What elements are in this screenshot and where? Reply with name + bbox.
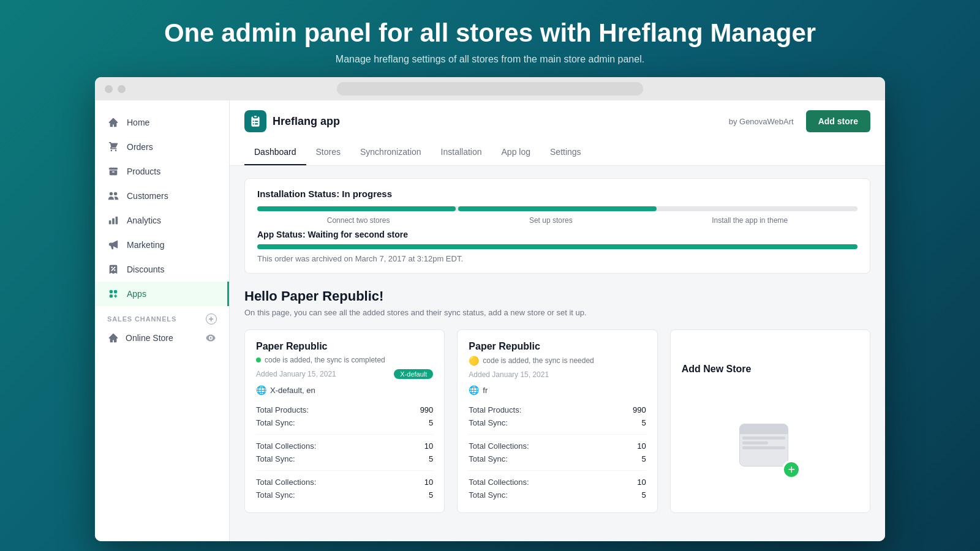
sidebar-label-home: Home	[127, 118, 149, 127]
sidebar-item-analytics[interactable]: Analytics	[95, 208, 229, 233]
browser-body: Home Orders Products Customers	[95, 100, 885, 541]
app-byline: by GenovaWebArt	[729, 117, 794, 126]
add-new-store-card[interactable]: Add New Store +	[670, 329, 870, 513]
home-icon	[107, 116, 119, 129]
store-card-2: Paper Republic 🟡 code is added, the sync…	[457, 329, 657, 513]
tab-app-log[interactable]: App log	[492, 142, 540, 165]
store-2-name: Paper Republic	[469, 341, 646, 352]
add-store-illustration: +	[739, 424, 801, 479]
stores-grid: Paper Republic code is added, the sync i…	[244, 329, 870, 513]
store-1-status-dot	[256, 358, 261, 362]
sidebar: Home Orders Products Customers	[95, 100, 230, 541]
store-1-date-row: Added January 15, 2021 X-default	[256, 369, 433, 379]
browser-chrome	[95, 77, 885, 100]
orders-icon	[107, 141, 119, 153]
sidebar-item-online-store[interactable]: Online Store	[95, 327, 229, 349]
add-store-button[interactable]: Add store	[806, 110, 870, 132]
tab-dashboard[interactable]: Dashboard	[244, 142, 306, 165]
browser-addressbar	[337, 82, 643, 96]
sidebar-label-analytics: Analytics	[127, 216, 161, 225]
browser-window: Home Orders Products Customers	[95, 77, 885, 541]
installation-status-title: Installation Status: In progress	[257, 189, 858, 199]
store-2-status: 🟡 code is added, the sync is needed	[469, 356, 646, 365]
stats-divider-2b	[469, 470, 646, 471]
store-2-locale: 🌐 fr	[469, 385, 646, 395]
sidebar-label-apps: Apps	[127, 289, 146, 299]
sidebar-label-customers: Customers	[127, 191, 168, 201]
store-2-stats: Total Products: 990 Total Sync: 5 Total …	[469, 403, 646, 501]
store-2-status-emoji: 🟡	[469, 356, 479, 365]
sidebar-label-products: Products	[127, 167, 160, 176]
sidebar-item-marketing[interactable]: Marketing	[95, 233, 229, 257]
online-store-label: Online Store	[126, 333, 173, 343]
sidebar-item-apps[interactable]: Apps	[95, 282, 229, 306]
add-sales-channel-button[interactable]: +	[206, 313, 217, 324]
hello-title: Hello Paper Republic!	[244, 288, 870, 304]
hello-section: Hello Paper Republic! On this page, you …	[244, 288, 870, 317]
archived-text: This order was archived on March 7, 2017…	[257, 254, 858, 263]
eye-icon	[205, 332, 217, 344]
app-logo-icon	[244, 110, 266, 132]
store-1-locale-text: X-default, en	[270, 386, 315, 395]
store-1-name: Paper Republic	[256, 341, 433, 352]
progress-labels: Connect two stores Set up stores Install…	[257, 216, 858, 225]
step-label-2: Set up stores	[529, 216, 573, 225]
sidebar-item-orders[interactable]: Orders	[95, 135, 229, 159]
tab-installation[interactable]: Installation	[431, 142, 492, 165]
store-2-date-row: Added January 15, 2021	[469, 370, 646, 379]
sidebar-label-discounts: Discounts	[127, 264, 164, 274]
store-2-date: Added January 15, 2021	[469, 370, 549, 379]
sidebar-label-orders: Orders	[127, 142, 153, 152]
progress-seg-1	[257, 206, 456, 211]
marketing-icon	[107, 239, 119, 251]
store-1-locale: 🌐 X-default, en	[256, 385, 433, 395]
app-status-title: App Status: Waiting for second store	[257, 230, 858, 239]
step-label-1: Connect two stores	[327, 216, 390, 225]
installation-progress-track	[257, 206, 858, 211]
online-store-icon	[107, 332, 119, 344]
store-1-badge: X-default	[394, 369, 433, 379]
discounts-icon	[107, 263, 119, 276]
sidebar-item-discounts[interactable]: Discounts	[95, 257, 229, 282]
hero-subtitle: Manage hreflang settings of all stores f…	[164, 54, 816, 65]
app-title: Hreflang app	[273, 115, 340, 128]
sidebar-item-customers[interactable]: Customers	[95, 184, 229, 208]
installation-status-card: Installation Status: In progress Connect…	[244, 178, 870, 274]
sidebar-item-home[interactable]: Home	[95, 110, 229, 135]
tab-settings[interactable]: Settings	[540, 142, 591, 165]
main-content: Hreflang app by GenovaWebArt Add store D…	[230, 100, 885, 541]
store-2-status-text: code is added, the sync is needed	[483, 356, 594, 365]
stats-divider-1a	[256, 434, 433, 435]
store-1-status-text: code is added, the sync is completed	[265, 356, 385, 364]
customers-icon	[107, 190, 119, 202]
app-nav-tabs: Dashboard Stores Synchronization Install…	[244, 142, 870, 165]
tab-stores[interactable]: Stores	[306, 142, 350, 165]
app-logo-area: Hreflang app	[244, 110, 340, 132]
products-icon	[107, 165, 119, 178]
tab-synchronization[interactable]: Synchronization	[350, 142, 431, 165]
content-area: Installation Status: In progress Connect…	[230, 166, 885, 525]
add-new-store-title: Add New Store	[682, 364, 752, 375]
sales-channels-label: SALES CHANNELS	[107, 315, 176, 323]
store-1-status: code is added, the sync is completed	[256, 356, 433, 364]
stats-divider-2a	[469, 434, 646, 435]
browser-dot-1	[105, 85, 113, 93]
globe-icon-2: 🌐	[469, 385, 479, 395]
add-store-circle-button[interactable]: +	[782, 460, 801, 479]
step-label-3: Install the app in theme	[712, 216, 788, 225]
progress-seg-3	[659, 206, 858, 211]
hello-subtitle: On this page, you can see all the added …	[244, 308, 870, 317]
store-1-stats: Total Products: 990 Total Sync: 5 Total …	[256, 403, 433, 501]
app-header: Hreflang app by GenovaWebArt Add store D…	[230, 100, 885, 166]
hero-section: One admin panel for all stores with Href…	[164, 18, 816, 65]
store-thumbnail	[739, 424, 788, 467]
hero-title: One admin panel for all stores with Href…	[164, 18, 816, 48]
app-status-progress-bar	[257, 244, 858, 249]
store-card-1: Paper Republic code is added, the sync i…	[244, 329, 445, 513]
store-2-locale-text: fr	[483, 386, 488, 395]
apps-icon	[107, 288, 119, 300]
globe-icon-1: 🌐	[256, 385, 266, 395]
sidebar-item-products[interactable]: Products	[95, 159, 229, 184]
progress-seg-2	[458, 206, 657, 211]
store-1-date: Added January 15, 2021	[256, 370, 336, 378]
